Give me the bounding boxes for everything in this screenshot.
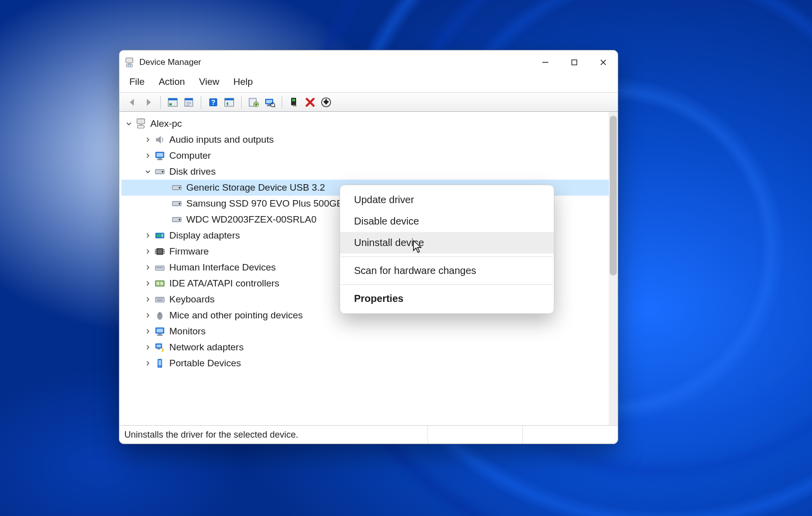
tree-item-label: Firmware bbox=[169, 246, 209, 257]
chevron-right-icon[interactable] bbox=[143, 135, 152, 144]
chevron-down-icon[interactable] bbox=[124, 119, 133, 128]
context-menu-uninstall-device[interactable]: Uninstall device bbox=[340, 232, 554, 254]
toolbar-back-button[interactable] bbox=[125, 95, 139, 109]
chevron-right-icon[interactable] bbox=[143, 231, 152, 240]
maximize-button[interactable] bbox=[560, 50, 589, 74]
statusbar: Uninstalls the driver for the selected d… bbox=[119, 426, 618, 444]
chevron-right-icon[interactable] bbox=[143, 279, 152, 288]
chevron-right-icon[interactable] bbox=[143, 343, 152, 352]
ide-icon bbox=[154, 278, 165, 289]
svg-point-4 bbox=[130, 65, 131, 66]
status-cell bbox=[428, 426, 523, 444]
mouse-icon bbox=[154, 310, 165, 321]
svg-rect-86 bbox=[158, 360, 161, 365]
scrollbar-thumb[interactable] bbox=[610, 116, 617, 275]
toolbar-enable-device-button[interactable] bbox=[287, 95, 301, 109]
svg-text:?: ? bbox=[211, 98, 216, 106]
toolbar-uninstall-device-button[interactable] bbox=[303, 95, 317, 109]
tree-item-portable[interactable]: Portable Devices bbox=[121, 355, 609, 371]
tree-item-disk-drives[interactable]: Disk drives bbox=[121, 164, 609, 180]
tree-item-label: Display adapters bbox=[169, 230, 240, 241]
monitor-icon bbox=[154, 150, 165, 161]
status-cell bbox=[523, 426, 618, 444]
toolbar: ? bbox=[119, 93, 618, 112]
context-menu-disable-device[interactable]: Disable device bbox=[340, 211, 554, 232]
svg-rect-67 bbox=[156, 282, 159, 285]
svg-rect-79 bbox=[156, 329, 163, 333]
tree-item-label: Audio inputs and outputs bbox=[169, 134, 274, 145]
svg-rect-25 bbox=[268, 104, 271, 105]
tree-item-label: Computer bbox=[169, 150, 211, 161]
svg-rect-68 bbox=[160, 282, 163, 285]
svg-rect-35 bbox=[137, 119, 144, 124]
tree-item-label: IDE ATA/ATAPI controllers bbox=[169, 278, 279, 289]
svg-marker-34 bbox=[324, 101, 329, 105]
svg-point-87 bbox=[159, 366, 160, 367]
svg-rect-63 bbox=[158, 267, 159, 268]
svg-rect-80 bbox=[158, 333, 162, 334]
menu-view[interactable]: View bbox=[192, 74, 226, 90]
chevron-down-icon[interactable] bbox=[143, 167, 152, 176]
toolbar-forward-button[interactable] bbox=[141, 95, 155, 109]
tree-item-label: Network adapters bbox=[169, 342, 244, 353]
menubar: File Action View Help bbox=[119, 74, 618, 93]
status-text: Uninstalls the driver for the selected d… bbox=[119, 426, 428, 444]
tree-item-label: Portable Devices bbox=[169, 358, 241, 369]
disk-icon bbox=[171, 182, 182, 193]
tree-item-network[interactable]: Network adapters bbox=[121, 339, 609, 355]
svg-rect-75 bbox=[157, 300, 163, 301]
computer-icon bbox=[135, 118, 146, 129]
window-title: Device Manager bbox=[139, 57, 531, 67]
toolbar-show-hide-tree-button[interactable] bbox=[166, 95, 180, 109]
context-menu-separator bbox=[341, 284, 553, 285]
context-menu-properties[interactable]: Properties bbox=[340, 288, 554, 309]
toolbar-properties-button[interactable] bbox=[182, 95, 196, 109]
svg-line-28 bbox=[274, 106, 275, 107]
tree-root-label: Alex-pc bbox=[150, 118, 182, 129]
svg-rect-64 bbox=[160, 267, 161, 268]
svg-rect-39 bbox=[156, 153, 163, 157]
toolbar-help-button[interactable]: ? bbox=[206, 95, 220, 109]
context-menu-scan-hardware[interactable]: Scan for hardware changes bbox=[340, 260, 554, 281]
toolbar-scan-hardware-button[interactable] bbox=[263, 95, 277, 109]
svg-rect-41 bbox=[157, 159, 163, 160]
svg-rect-40 bbox=[158, 158, 162, 159]
svg-rect-6 bbox=[572, 60, 577, 65]
menu-help[interactable]: Help bbox=[226, 74, 260, 90]
chevron-right-icon[interactable] bbox=[143, 311, 152, 320]
minimize-button[interactable] bbox=[531, 50, 560, 74]
chevron-right-icon[interactable] bbox=[143, 151, 152, 160]
svg-rect-30 bbox=[292, 99, 295, 101]
chevron-right-icon[interactable] bbox=[143, 327, 152, 336]
chevron-right-icon[interactable] bbox=[143, 359, 152, 368]
tree-root[interactable]: Alex-pc bbox=[121, 116, 609, 132]
disk-icon bbox=[154, 166, 165, 177]
app-icon bbox=[124, 57, 134, 67]
keyboard-icon bbox=[154, 294, 165, 305]
svg-rect-37 bbox=[137, 125, 144, 128]
context-menu-update-driver[interactable]: Update driver bbox=[340, 189, 554, 211]
tree-item-monitors[interactable]: Monitors bbox=[121, 323, 609, 339]
menu-action[interactable]: Action bbox=[152, 74, 192, 90]
titlebar[interactable]: Device Manager bbox=[119, 50, 618, 74]
close-button[interactable] bbox=[589, 50, 618, 74]
toolbar-update-driver-button[interactable] bbox=[247, 95, 261, 109]
svg-point-43 bbox=[162, 171, 163, 172]
menu-file[interactable]: File bbox=[122, 74, 152, 90]
chevron-right-icon[interactable] bbox=[143, 247, 152, 256]
context-menu: Update driver Disable device Uninstall d… bbox=[340, 185, 554, 314]
toolbar-disable-device-button[interactable] bbox=[319, 95, 333, 109]
tree-item-audio[interactable]: Audio inputs and outputs bbox=[121, 132, 609, 148]
chevron-right-icon[interactable] bbox=[143, 263, 152, 272]
network-icon bbox=[154, 342, 165, 353]
svg-rect-72 bbox=[159, 298, 160, 299]
svg-rect-0 bbox=[126, 58, 133, 63]
svg-rect-52 bbox=[161, 234, 163, 238]
tree-item-computer[interactable]: Computer bbox=[121, 148, 609, 164]
chevron-right-icon[interactable] bbox=[143, 295, 152, 304]
svg-rect-70 bbox=[156, 298, 157, 299]
svg-rect-54 bbox=[158, 250, 162, 254]
toolbar-action-list-button[interactable] bbox=[222, 95, 236, 109]
scrollbar[interactable] bbox=[609, 112, 618, 425]
svg-rect-20 bbox=[225, 98, 234, 100]
